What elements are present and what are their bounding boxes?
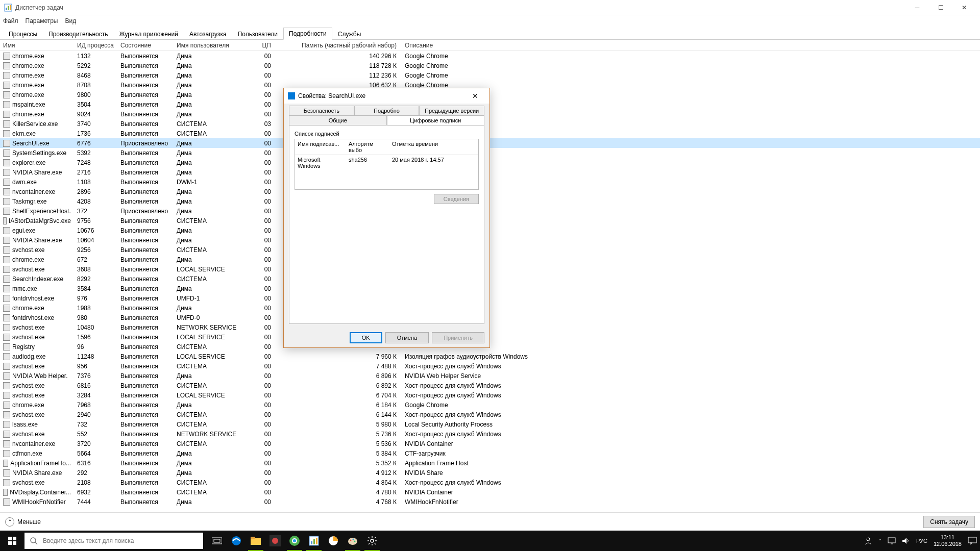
col-desc[interactable]: Описание xyxy=(402,42,980,49)
taskbar-settings[interactable] xyxy=(362,531,382,551)
fewer-details[interactable]: ˄ Меньше xyxy=(5,517,41,527)
table-row[interactable]: chrome.exe1132ВыполняетсяДима00140 296 К… xyxy=(0,51,980,61)
table-row[interactable]: svchost.exe3608ВыполняетсяLOCAL SERVICE0… xyxy=(0,264,980,274)
table-row[interactable]: svchost.exe9256ВыполняетсяСИСТЕМА00 xyxy=(0,245,980,255)
table-row[interactable]: nvcontainer.exe3720ВыполняетсяСИСТЕМА005… xyxy=(0,439,980,448)
taskbar-app-2[interactable] xyxy=(324,531,343,551)
table-row[interactable]: dwm.exe1108ВыполняетсяDWM-100 xyxy=(0,177,980,187)
tray-people-icon[interactable] xyxy=(864,536,873,545)
taskbar-explorer[interactable] xyxy=(246,531,265,551)
tab-3[interactable]: Автозагрузка xyxy=(184,28,232,40)
table-row[interactable]: svchost.exe3284ВыполняетсяLOCAL SERVICE0… xyxy=(0,390,980,400)
tab-5[interactable]: Подробности xyxy=(283,28,332,40)
dlg-tab-signatures[interactable]: Цифровые подписи xyxy=(387,115,485,125)
table-row[interactable]: NVIDIA Share.exe10604ВыполняетсяДима00 xyxy=(0,235,980,245)
table-row[interactable]: chrome.exe672ВыполняетсяДима00 xyxy=(0,255,980,264)
table-row[interactable]: SearchUI.exe6776ПриостановленоДима00 xyxy=(0,138,980,148)
table-row[interactable]: lsass.exe732ВыполняетсяСИСТЕМА005 980 КL… xyxy=(0,419,980,429)
sig-col-time[interactable]: Отметка времени xyxy=(389,139,478,155)
minimize-button[interactable]: ─ xyxy=(905,0,929,15)
tray-network-icon[interactable] xyxy=(888,537,896,544)
table-row[interactable]: chrome.exe9800ВыполняетсяДима00 xyxy=(0,90,980,99)
table-row[interactable]: svchost.exe956ВыполняетсяСИСТЕМА007 488 … xyxy=(0,361,980,371)
close-button[interactable]: ✕ xyxy=(952,0,976,15)
tab-1[interactable]: Производительность xyxy=(43,28,113,40)
sig-col-name[interactable]: Имя подписав... xyxy=(295,139,346,155)
table-row[interactable]: ctfmon.exe5664ВыполняетсяДима005 384 КCT… xyxy=(0,448,980,458)
table-row[interactable]: mspaint.exe3504ВыполняетсяДима00 xyxy=(0,99,980,109)
dialog-titlebar[interactable]: Свойства: SearchUI.exe ✕ xyxy=(284,88,489,104)
table-row[interactable]: NVDisplay.Container...6932ВыполняетсяСИС… xyxy=(0,487,980,497)
taskbar-search[interactable]: Введите здесь текст для поиска xyxy=(24,533,203,549)
table-row[interactable]: NVIDIA Web Helper.7376ВыполняетсяДима006… xyxy=(0,371,980,381)
table-header[interactable]: Имя ИД процесса Состояние Имя пользовате… xyxy=(0,40,980,51)
maximize-button[interactable]: ☐ xyxy=(929,0,952,15)
tray-volume-icon[interactable] xyxy=(902,537,910,544)
table-row[interactable]: mmc.exe3584ВыполняетсяДима00 xyxy=(0,284,980,293)
table-row[interactable]: fontdrvhost.exe976ВыполняетсяUMFD-100 xyxy=(0,293,980,303)
sig-col-algo[interactable]: Алгоритм выбо xyxy=(346,139,389,155)
table-row[interactable]: KillerService.exe3740ВыполняетсяСИСТЕМА0… xyxy=(0,119,980,129)
table-row[interactable]: audiodg.exe11248ВыполняетсяLOCAL SERVICE… xyxy=(0,352,980,361)
table-row[interactable]: Registry96ВыполняетсяСИСТЕМА00 xyxy=(0,342,980,352)
taskbar-taskmgr[interactable] xyxy=(304,531,324,551)
start-button[interactable] xyxy=(0,531,24,551)
table-row[interactable]: svchost.exe552ВыполняетсяNETWORK SERVICE… xyxy=(0,429,980,439)
taskbar-edge[interactable] xyxy=(227,531,246,551)
table-row[interactable]: SearchIndexer.exe8292ВыполняетсяСИСТЕМА0… xyxy=(0,274,980,284)
taskbar-app-1[interactable] xyxy=(265,531,285,551)
dlg-tab-general[interactable]: Общие xyxy=(289,115,387,125)
col-name[interactable]: Имя xyxy=(0,42,74,49)
table-row[interactable]: svchost.exe2108ВыполняетсяСИСТЕМА004 864… xyxy=(0,478,980,487)
table-row[interactable]: WMIHookFnNotifier7444ВыполняетсяДима004 … xyxy=(0,497,980,507)
menu-view[interactable]: Вид xyxy=(65,17,76,24)
table-row[interactable]: ekrn.exe1736ВыполняетсяСИСТЕМА00 xyxy=(0,129,980,138)
col-state[interactable]: Состояние xyxy=(117,42,174,49)
table-row[interactable]: chrome.exe9024ВыполняетсяДима00 xyxy=(0,109,980,119)
signature-table[interactable]: Имя подписав... Алгоритм выбо Отметка вр… xyxy=(295,139,479,190)
dlg-tab-details[interactable]: Подробно xyxy=(354,106,420,115)
table-row[interactable]: nvcontainer.exe2896ВыполняетсяДима00 xyxy=(0,187,980,196)
table-row[interactable]: svchost.exe2940ВыполняетсяСИСТЕМА006 144… xyxy=(0,410,980,419)
dlg-tab-security[interactable]: Безопасность xyxy=(289,106,354,115)
col-cpu[interactable]: ЦП xyxy=(248,42,274,49)
table-row[interactable]: NVIDIA Share.exe292ВыполняетсяДима004 91… xyxy=(0,468,980,478)
tab-4[interactable]: Пользователи xyxy=(232,28,283,40)
dialog-cancel-button[interactable]: Отмена xyxy=(385,332,429,343)
table-row[interactable]: ApplicationFrameHo...6316ВыполняетсяДима… xyxy=(0,458,980,468)
table-row[interactable]: explorer.exe7248ВыполняетсяДима00 xyxy=(0,158,980,167)
menu-options[interactable]: Параметры xyxy=(26,17,58,24)
table-row[interactable]: egui.exe10676ВыполняетсяДима00 xyxy=(0,226,980,235)
tray-clock[interactable]: 13:11 12.06.2018 xyxy=(934,534,962,547)
signature-row[interactable]: Microsoft Windows sha256 20 мая 2018 г. … xyxy=(295,155,478,170)
table-row[interactable]: ShellExperienceHost.372ПриостановленоДим… xyxy=(0,206,980,216)
table-row[interactable]: IAStorDataMgrSvc.exe9756ВыполняетсяСИСТЕ… xyxy=(0,216,980,226)
table-row[interactable]: SystemSettings.exe5392ВыполняетсяДима00 xyxy=(0,148,980,158)
dialog-apply-button[interactable]: Применить xyxy=(432,332,484,343)
table-row[interactable]: svchost.exe6816ВыполняетсяСИСТЕМА006 892… xyxy=(0,381,980,390)
tab-6[interactable]: Службы xyxy=(332,28,366,40)
tray-language[interactable]: РУС xyxy=(916,538,927,544)
end-task-button[interactable]: Снять задачу xyxy=(923,516,975,528)
tray-notifications-icon[interactable] xyxy=(968,537,977,545)
table-row[interactable]: svchost.exe1596ВыполняетсяLOCAL SERVICE0… xyxy=(0,332,980,342)
tab-2[interactable]: Журнал приложений xyxy=(114,28,184,40)
table-row[interactable]: chrome.exe1988ВыполняетсяДима00 xyxy=(0,303,980,313)
table-row[interactable]: fontdrvhost.exe980ВыполняетсяUMFD-000 xyxy=(0,313,980,322)
table-row[interactable]: chrome.exe8468ВыполняетсяДима00112 236 К… xyxy=(0,70,980,80)
table-row[interactable]: chrome.exe5292ВыполняетсяДима00118 728 К… xyxy=(0,61,980,70)
signature-details-button[interactable]: Сведения xyxy=(434,194,479,204)
task-view-button[interactable] xyxy=(207,531,227,551)
dialog-ok-button[interactable]: OK xyxy=(350,332,382,343)
menu-file[interactable]: Файл xyxy=(3,17,18,24)
table-row[interactable]: chrome.exe7968ВыполняетсяДима006 184 КGo… xyxy=(0,400,980,410)
table-row[interactable]: svchost.exe10480ВыполняетсяNETWORK SERVI… xyxy=(0,322,980,332)
taskbar-paint[interactable] xyxy=(343,531,362,551)
col-mem[interactable]: Память (частный рабочий набор) xyxy=(274,42,402,49)
col-pid[interactable]: ИД процесса xyxy=(74,42,117,49)
dlg-tab-previous[interactable]: Предыдущие версии xyxy=(419,106,484,115)
tab-0[interactable]: Процессы xyxy=(3,28,43,40)
table-row[interactable]: chrome.exe8708ВыполняетсяДима00106 632 К… xyxy=(0,80,980,90)
col-user[interactable]: Имя пользователя xyxy=(174,42,248,49)
dialog-close-button[interactable]: ✕ xyxy=(465,92,485,100)
